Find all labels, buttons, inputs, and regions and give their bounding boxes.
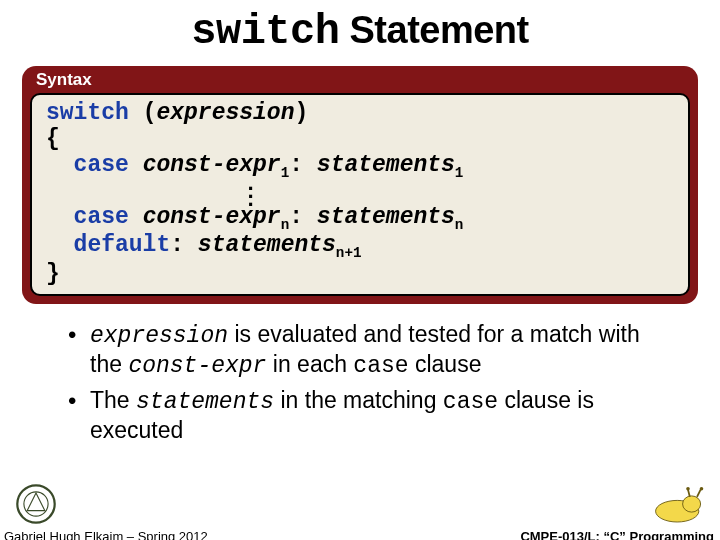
slide-title: switch Statement: [0, 8, 720, 56]
code-line-7: }: [46, 262, 674, 288]
code-line-1: switch (expression): [46, 101, 674, 127]
code-box: switch (expression) { case const-expr1: …: [30, 93, 690, 296]
slug-mascot-icon: [652, 482, 706, 526]
ucsc-seal-icon: [14, 482, 58, 526]
slide: switch Statement Syntax switch (expressi…: [0, 8, 720, 540]
title-rest: Statement: [339, 9, 528, 51]
bullet-2: The statements in the matching case clau…: [68, 386, 670, 444]
svg-point-0: [17, 485, 54, 522]
svg-line-5: [697, 490, 701, 497]
syntax-label: Syntax: [30, 70, 690, 93]
code-line-5: case const-exprn: statementsn: [46, 205, 674, 234]
svg-point-7: [700, 487, 704, 491]
bullet-1: expression is evaluated and tested for a…: [68, 320, 670, 380]
svg-point-3: [683, 496, 701, 512]
title-keyword: switch: [191, 8, 339, 56]
svg-point-6: [686, 487, 690, 491]
footer-left: Gabriel Hugh Elkaim – Spring 2012: [4, 529, 208, 540]
svg-line-4: [688, 490, 690, 497]
footer-right: CMPE-013/L: “C” Programming: [520, 529, 714, 540]
code-line-2: {: [46, 127, 674, 153]
bullet-list: expression is evaluated and tested for a…: [68, 320, 670, 444]
code-ellipsis: . . .: [46, 181, 674, 205]
syntax-block: Syntax switch (expression) { case const-…: [22, 66, 698, 304]
code-line-6: default: statementsn+1: [46, 233, 674, 262]
svg-point-1: [24, 492, 48, 516]
code-line-3: case const-expr1: statements1: [46, 153, 674, 182]
